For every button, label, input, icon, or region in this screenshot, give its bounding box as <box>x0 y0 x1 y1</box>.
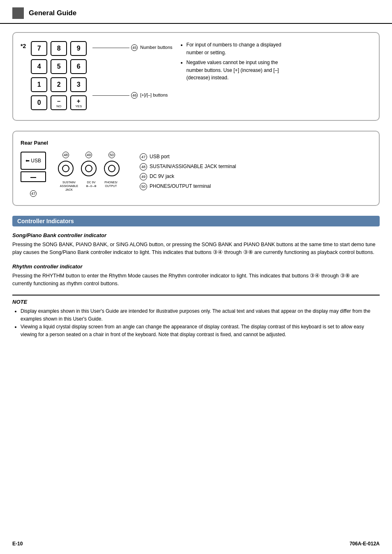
usb-port-drawing: ⬅ USB <box>21 152 46 170</box>
page-footer: E-10 706A-E-012A <box>12 541 380 547</box>
key-9[interactable]: 9 <box>70 41 87 56</box>
line-horiz-45 <box>92 48 129 48</box>
subsection2-text: Pressing the RHYTHM button to enter the … <box>12 272 380 288</box>
page-title: General Guide <box>29 9 76 17</box>
usb-arrow-icon: ⬅ USB <box>25 158 41 164</box>
jack-phones <box>104 161 120 176</box>
number-buttons-diagram: *2 7 8 9 4 5 6 1 2 3 0 – NO <box>12 32 380 121</box>
callout-45-text: Number buttons <box>140 45 172 50</box>
callout-circle-50: 50 <box>140 183 147 190</box>
jack-sustain-inner <box>62 165 69 172</box>
circle-45: 45 <box>131 44 138 51</box>
key-6[interactable]: 6 <box>70 59 87 74</box>
circle-num-row: 48 49 50 <box>62 152 115 158</box>
circle-47-label: 47 <box>30 190 37 197</box>
note-2: Negative values cannot be input using th… <box>187 59 295 82</box>
note-item-1: Display examples shown in this User's Gu… <box>21 307 380 323</box>
page-header: General Guide <box>0 0 392 24</box>
callout-text-47: USB port <box>150 152 170 162</box>
circle-47: 47 <box>30 190 37 197</box>
jack-dc9v-inner <box>85 165 92 172</box>
callout-text-50: PHONES/OUTPUT terminal <box>150 181 211 191</box>
rear-callout-50: 50 PHONES/OUTPUT terminal <box>140 181 236 191</box>
callout-circle-49: 49 <box>140 173 147 180</box>
callout-46-label: 46 [+]/[–] buttons <box>131 92 168 99</box>
circle-50: 50 <box>108 152 115 158</box>
rear-callout-49: 49 DC 9V jack <box>140 171 236 181</box>
controller-indicators-section: Controller Indicators Song/Piano Bank co… <box>12 216 380 339</box>
callout-text-49: DC 9V jack <box>150 171 174 181</box>
right-notes: For input of numbers to change a display… <box>180 41 295 82</box>
jack-sustain <box>58 161 74 176</box>
jack-phones-inner <box>108 165 115 172</box>
key-8[interactable]: 8 <box>51 41 67 56</box>
connector-lines: 45 Number buttons 46 [+]/[–] buttons <box>92 41 172 102</box>
footer-page: E-10 <box>12 541 23 547</box>
key-minus[interactable]: – NO <box>51 95 67 110</box>
note-item-2: Viewing a liquid crystal display screen … <box>21 323 380 339</box>
jack-label-dc9v: DC 9V⊕–⊝–⊕ <box>83 180 99 192</box>
note-1: For input of numbers to change a display… <box>187 41 295 56</box>
callout-circle-48: 48 <box>140 163 147 171</box>
circle-46: 46 <box>131 92 138 99</box>
jack-row <box>58 161 120 176</box>
key-plus[interactable]: + YES <box>70 95 87 110</box>
subsection1-text: Pressing the SONG BANK, PIANO BANK, or S… <box>12 241 380 257</box>
subsection2-title: Rhythm controller indicator <box>12 263 380 270</box>
midi-box: ▬▬ <box>21 171 46 182</box>
jack-label-phones: PHONES/OUTPUT <box>102 180 120 192</box>
circle-49: 49 <box>85 152 92 158</box>
rear-callouts: 47 USB port 48 SUSTAIN/ASSIGNABLE JACK t… <box>140 152 236 191</box>
footer-code: 706A-E-012A <box>350 541 380 547</box>
rear-panel-diagram: Rear Panel ⬅ USB ▬▬ 47 <box>12 131 380 206</box>
key-5[interactable]: 5 <box>51 59 67 74</box>
callout-45-label: 45 Number buttons <box>131 44 172 51</box>
callout-circle-47: 47 <box>140 153 147 161</box>
subsection1-title: Song/Piano Bank controller indicator <box>12 232 380 238</box>
note-list: Display examples shown in this User's Gu… <box>21 307 380 339</box>
note-section: NOTE Display examples shown in this User… <box>12 295 380 339</box>
callout-46-text: [+]/[–] buttons <box>140 92 168 97</box>
rear-callout-48: 48 SUSTAIN/ASSIGNABLE JACK terminal <box>140 162 236 171</box>
key-0[interactable]: 0 <box>31 95 47 110</box>
key-7[interactable]: 7 <box>31 41 47 56</box>
circle-48: 48 <box>62 152 69 158</box>
rear-panel-label: Rear Panel <box>21 140 371 146</box>
callout-45-line: 45 Number buttons <box>92 44 172 51</box>
key-4[interactable]: 4 <box>31 59 47 74</box>
key-3[interactable]: 3 <box>70 77 87 92</box>
callout-46-line: 46 [+]/[–] buttons <box>92 92 172 99</box>
rear-jacks: 48 49 50 SU <box>58 152 120 192</box>
main-content: *2 7 8 9 4 5 6 1 2 3 0 – NO <box>0 32 392 339</box>
jack-label-sustain: SUSTAIN/ASSIGNABLE JACK <box>58 180 81 192</box>
key-2[interactable]: 2 <box>51 77 67 92</box>
spacer <box>92 51 172 92</box>
jack-labels: SUSTAIN/ASSIGNABLE JACK DC 9V⊕–⊝–⊕ PHONE… <box>58 180 120 192</box>
section-header: Controller Indicators <box>12 216 380 226</box>
key-1[interactable]: 1 <box>31 77 47 92</box>
nb-top-diagram: *2 7 8 9 4 5 6 1 2 3 0 – NO <box>21 41 371 112</box>
jack-dc9v <box>81 161 97 176</box>
rear-left: ⬅ USB ▬▬ 47 <box>21 152 46 197</box>
rear-diagram-content: ⬅ USB ▬▬ 47 48 49 50 <box>21 152 371 197</box>
rear-callout-47: 47 USB port <box>140 152 236 162</box>
line-horiz-46 <box>92 95 129 96</box>
header-icon <box>12 7 24 19</box>
star-label: *2 <box>21 43 26 49</box>
midi-label: ▬▬ <box>30 175 36 178</box>
keypad: 7 8 9 4 5 6 1 2 3 0 – NO + YES <box>31 41 88 112</box>
note-title: NOTE <box>12 299 380 305</box>
callout-text-48: SUSTAIN/ASSIGNABLE JACK terminal <box>150 162 236 171</box>
